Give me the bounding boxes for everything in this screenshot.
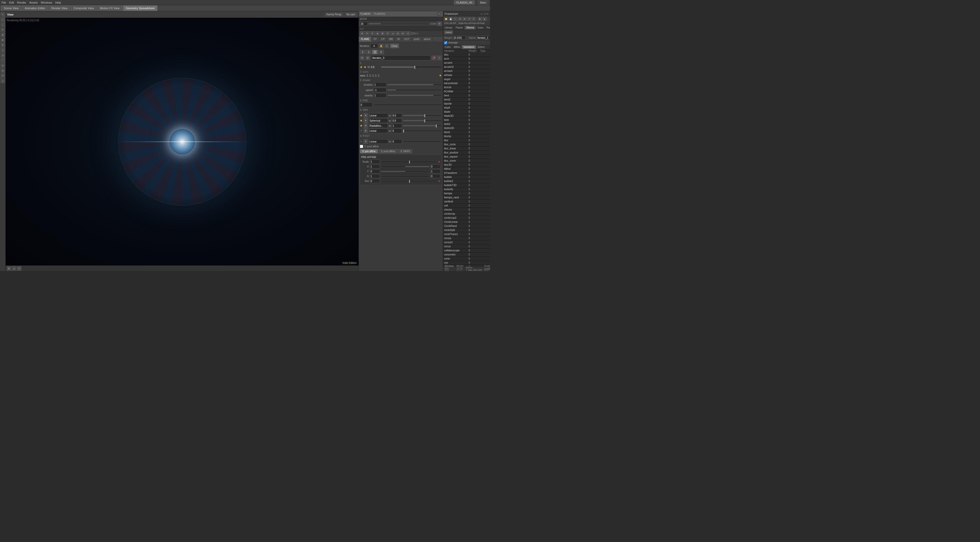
var-list-item[interactable]: CircleLinear0 (443, 220, 490, 224)
frac-tab-flame[interactable]: Flame (454, 26, 465, 30)
var-3-star[interactable]: ★ (360, 129, 363, 133)
var-list-item[interactable]: bisplt0 (443, 106, 490, 110)
frac-paste-btn[interactable]: ⊞ (463, 17, 466, 21)
render-input[interactable] (360, 22, 368, 26)
var-2-name-input[interactable] (369, 124, 388, 128)
menu-windows[interactable]: Windows (41, 1, 52, 4)
var-list-item[interactable]: blade0 (443, 110, 490, 114)
var-list-item[interactable]: blur_zoom0 (443, 159, 490, 163)
menu-file[interactable]: File (2, 1, 6, 4)
var-list-item[interactable]: bTransform0 (443, 171, 490, 175)
frac-copy-btn[interactable]: ⊕ (458, 17, 462, 21)
tool-curve[interactable]: ⌒ (0, 58, 5, 63)
var-list-item[interactable]: blocky0 (443, 134, 490, 138)
var-list-item[interactable]: bwraps_rand0 (443, 195, 490, 200)
tab-motion-fx[interactable]: Motion FX View (97, 5, 123, 11)
var-0-name-input[interactable] (369, 113, 388, 118)
post-0-w-input[interactable] (392, 139, 402, 144)
frac-tab-library[interactable]: Library (443, 26, 454, 30)
var-list-item[interactable]: circlecrop0 (443, 212, 490, 216)
var-list-item[interactable]: bent20 (443, 98, 490, 102)
clear-button[interactable]: Clear (390, 44, 399, 48)
affine-y-slider[interactable] (381, 171, 429, 172)
frac-save-btn[interactable]: 💾 (449, 17, 453, 21)
tool-light[interactable]: ☀ (0, 73, 5, 78)
var-list-item[interactable]: collideoscope0 (443, 249, 490, 253)
var-1-star[interactable]: ★ (360, 119, 363, 122)
iter-lock-icon[interactable]: 🔒 (379, 44, 383, 48)
menu-render[interactable]: Render (17, 1, 26, 4)
var-list-item[interactable]: block0 (443, 130, 490, 134)
shader-speed-input[interactable] (374, 88, 387, 92)
var-list-item[interactable]: bent0 (443, 94, 490, 98)
flam3h-tool-7[interactable]: ⊿ (390, 31, 395, 36)
iter-tab-1[interactable]: 1 (360, 50, 366, 54)
bottom-tool-1[interactable]: ⊞ (6, 266, 11, 271)
var-list-item[interactable]: blob0 (443, 118, 490, 122)
affine-rot-input[interactable] (370, 179, 380, 183)
tab-mb[interactable]: MB (387, 36, 395, 42)
affine-x-slider[interactable] (381, 166, 429, 167)
var-3-type[interactable]: ▼ (364, 128, 368, 133)
var-1-type[interactable]: ▼ (364, 118, 368, 123)
var-list-item[interactable]: bubble0 (443, 175, 490, 179)
var-list-item[interactable]: blur3D0 (443, 163, 490, 167)
flam3h-tool-3[interactable]: ✦ (370, 31, 375, 36)
flam3h-tool-8[interactable]: ◎ (396, 31, 400, 36)
var-list-item[interactable]: cardioid0 (443, 200, 490, 204)
var-list-item[interactable]: blur_linear0 (443, 147, 490, 151)
var-2-type[interactable]: ▼ (364, 124, 368, 128)
var-list-item[interactable]: bMod0 (443, 167, 490, 171)
tool-geo[interactable]: ◇ (0, 79, 5, 83)
tab-composite-view[interactable]: Composite View (71, 5, 97, 11)
menu-help[interactable]: Help (55, 1, 61, 4)
var-list-item[interactable]: bwraps0 (443, 192, 490, 195)
frac-stop-btn[interactable]: ■ (483, 17, 487, 21)
frac-tab-palette[interactable]: Palette (485, 26, 490, 30)
iter-del-icon[interactable]: × (437, 55, 442, 60)
var-list-item[interactable]: circlecrop20 (443, 216, 490, 220)
tab-render-view[interactable]: Render View (49, 5, 70, 11)
tab-in[interactable]: IN (395, 36, 402, 42)
tool-select[interactable]: ↖ (0, 12, 5, 17)
affine-scale-input[interactable] (370, 160, 380, 164)
tool-lasso[interactable]: ○ (0, 22, 5, 27)
var-list-item[interactable]: checks0 (443, 208, 490, 212)
menu-assets[interactable]: Assets (29, 1, 38, 4)
affine-o2-input[interactable] (430, 174, 441, 178)
tool-box-select[interactable]: □ (0, 17, 5, 22)
iter-tab-3[interactable]: 3 (372, 50, 378, 54)
viewport-canvas[interactable]: Rendering 06:55 [-0:21] 0:42 Indie Editi… (6, 18, 359, 265)
tool-camera[interactable]: ◎ (0, 68, 5, 73)
frac-subtab-variations[interactable]: Variations (462, 45, 476, 49)
var-list-item[interactable]: concentric0 (443, 253, 490, 257)
affine-o-slider[interactable] (381, 176, 429, 177)
post-0-slider[interactable] (403, 141, 442, 142)
affine-y2-input[interactable] (430, 169, 441, 173)
frac-tab-xaos[interactable]: Xaos (476, 26, 485, 30)
var-3-w-input[interactable] (392, 128, 402, 133)
var-3-name-input[interactable] (369, 128, 388, 133)
affine-tab-pre[interactable]: 3: pre affine (360, 149, 378, 154)
var-list-item[interactable]: bubble20 (443, 179, 490, 183)
flam3h-tool-2[interactable]: ↻ (365, 31, 369, 36)
frac-minimize[interactable]: — (480, 12, 483, 15)
affine-y1-input[interactable] (370, 169, 380, 173)
iter-more-icon[interactable]: ≡ (385, 44, 389, 48)
tab-prefs[interactable]: prefs (412, 36, 422, 42)
var-list-item[interactable]: ashwia0 (443, 73, 490, 77)
var-2-w-input[interactable] (392, 124, 402, 128)
iter-tab-4[interactable]: 4 (378, 50, 384, 54)
flam3h-tool-9[interactable]: ⊛ (401, 31, 405, 36)
render-slider[interactable] (369, 23, 429, 24)
iterators-input[interactable] (370, 44, 378, 48)
weight-col-input[interactable] (453, 36, 466, 40)
frac-run-btn[interactable]: ▶ (478, 17, 482, 21)
var-list-item[interactable]: cell0 (443, 204, 490, 208)
frac-subtab-select[interactable]: Select (476, 45, 486, 49)
affine-tab-vars[interactable]: 3: VARS (398, 149, 412, 154)
var-list-item[interactable]: baryonbraid0 (443, 81, 490, 86)
var-list-item[interactable]: disc0 (443, 53, 490, 57)
tab-scene-view[interactable]: Scene View (1, 5, 21, 11)
iterator-name-input[interactable] (371, 55, 431, 60)
